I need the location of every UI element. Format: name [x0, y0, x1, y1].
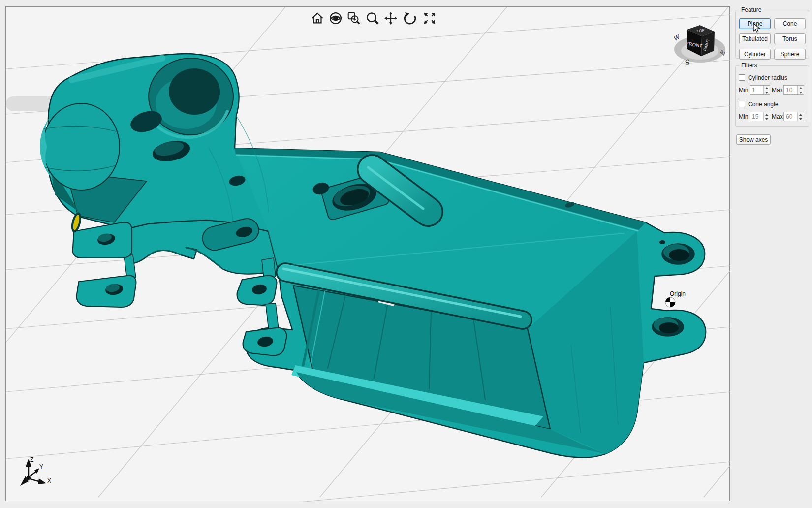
cone-angle-checkbox[interactable]: [739, 101, 745, 107]
eye-icon[interactable]: [328, 11, 343, 26]
spin-down-icon[interactable]: [764, 90, 770, 95]
spin-up-icon[interactable]: [798, 86, 804, 90]
model-3d-part[interactable]: [40, 54, 706, 458]
axis-z-label: Z: [30, 456, 33, 463]
cyl-min-spinner[interactable]: 1: [750, 85, 770, 95]
origin-marker: Origin: [665, 290, 686, 307]
cone-angle-label: Cone angle: [748, 101, 778, 108]
cylinder-radius-label: Cylinder radius: [748, 74, 787, 81]
cylinder-button[interactable]: Cylinder: [739, 49, 771, 60]
home-icon[interactable]: [310, 11, 325, 26]
origin-label: Origin: [670, 290, 686, 297]
cone-min-spinner[interactable]: 15: [750, 112, 770, 121]
3d-viewport[interactable]: Origin Z Y X: [5, 6, 730, 501]
zoom-fit-icon[interactable]: [422, 11, 437, 26]
zoom-window-icon[interactable]: [346, 11, 361, 26]
cyl-min-label: Min: [739, 87, 748, 94]
axis-triad: Z Y X: [20, 456, 51, 486]
spin-down-icon[interactable]: [798, 117, 804, 121]
cyl-max-spinner[interactable]: 10: [783, 85, 804, 95]
rotate-icon[interactable]: [403, 11, 417, 26]
plane-button[interactable]: Plane: [739, 18, 771, 29]
cyl-max-label: Max: [772, 87, 783, 94]
axis-x-label: X: [47, 477, 51, 484]
cone-max-spinner[interactable]: 60: [783, 112, 804, 121]
spin-up-icon[interactable]: [764, 112, 770, 117]
cylinder-radius-checkbox[interactable]: [739, 74, 745, 81]
feature-groupbox: Feature Plane Cone Tabulated Torus Cylin…: [735, 10, 809, 59]
filters-groupbox: Filters Cylinder radius Min 1 Max 10 Con…: [735, 65, 809, 127]
spin-down-icon[interactable]: [798, 90, 804, 95]
axis-y-label: Y: [39, 463, 43, 470]
spin-down-icon[interactable]: [764, 117, 770, 121]
zoom-icon[interactable]: [365, 11, 380, 26]
tabulated-button[interactable]: Tabulated: [739, 33, 771, 44]
spin-up-icon[interactable]: [764, 86, 770, 90]
cone-button[interactable]: Cone: [774, 18, 806, 29]
scene-canvas[interactable]: Origin Z Y X: [6, 7, 730, 502]
view-cube[interactable]: TOP FRONT RIGHT W S E: [668, 16, 732, 70]
filters-group-title: Filters: [739, 62, 759, 69]
feature-group-title: Feature: [739, 6, 763, 13]
cone-max-label: Max: [772, 113, 783, 120]
cone-min-label: Min: [739, 113, 748, 120]
torus-button[interactable]: Torus: [774, 33, 806, 44]
right-panel: Feature Plane Cone Tabulated Torus Cylin…: [730, 0, 812, 508]
sphere-button[interactable]: Sphere: [774, 49, 806, 60]
show-axes-button[interactable]: Show axes: [736, 134, 771, 145]
spin-up-icon[interactable]: [798, 112, 804, 117]
pan-icon[interactable]: [383, 11, 398, 26]
cad-app-window: { "toolbar": { "icons": [ {"name": "home…: [0, 0, 812, 508]
